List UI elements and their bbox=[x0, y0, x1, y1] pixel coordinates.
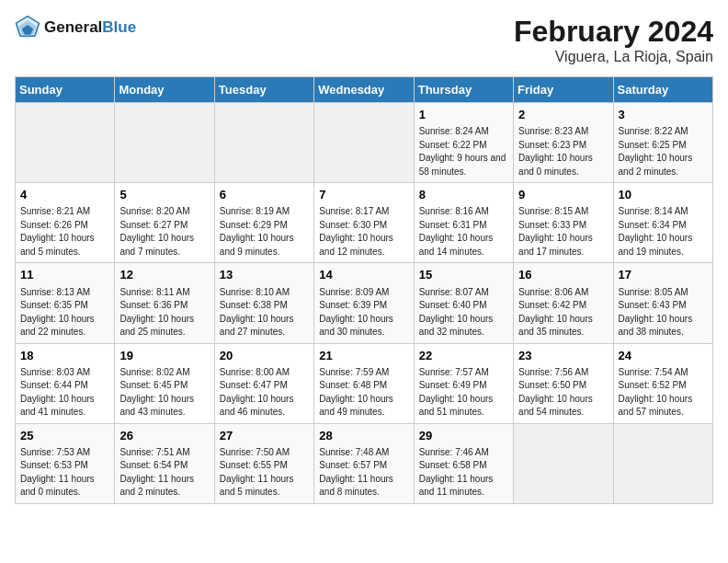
day-number: 14 bbox=[319, 267, 408, 283]
day-info: Sunrise: 8:24 AMSunset: 6:22 PMDaylight:… bbox=[419, 125, 508, 178]
calendar-cell: 8Sunrise: 8:16 AMSunset: 6:31 PMDaylight… bbox=[414, 183, 513, 263]
day-info: Sunrise: 7:57 AMSunset: 6:49 PMDaylight:… bbox=[419, 366, 508, 419]
day-number: 16 bbox=[518, 267, 608, 283]
main-title: February 2024 bbox=[514, 15, 713, 49]
calendar-week-2: 4Sunrise: 8:21 AMSunset: 6:26 PMDaylight… bbox=[16, 183, 713, 263]
day-info: Sunrise: 7:54 AMSunset: 6:52 PMDaylight:… bbox=[619, 366, 708, 419]
day-number: 19 bbox=[119, 348, 209, 364]
day-info: Sunrise: 8:15 AMSunset: 6:33 PMDaylight:… bbox=[518, 205, 608, 259]
calendar-cell: 3Sunrise: 8:22 AMSunset: 6:25 PMDaylight… bbox=[613, 103, 712, 183]
calendar-week-4: 18Sunrise: 8:03 AMSunset: 6:44 PMDayligh… bbox=[16, 343, 713, 423]
day-info: Sunrise: 7:48 AMSunset: 6:57 PMDaylight:… bbox=[319, 446, 408, 500]
calendar-table: SundayMondayTuesdayWednesdayThursdayFrid… bbox=[15, 76, 713, 504]
day-number: 26 bbox=[119, 428, 209, 444]
day-info: Sunrise: 8:07 AMSunset: 6:40 PMDaylight:… bbox=[419, 286, 508, 339]
calendar-cell: 12Sunrise: 8:11 AMSunset: 6:36 PMDayligh… bbox=[115, 263, 214, 343]
calendar-cell bbox=[214, 103, 313, 183]
day-info: Sunrise: 7:46 AMSunset: 6:58 PMDaylight:… bbox=[419, 446, 508, 500]
day-info: Sunrise: 8:17 AMSunset: 6:30 PMDaylight:… bbox=[319, 205, 408, 259]
calendar-cell: 29Sunrise: 7:46 AMSunset: 6:58 PMDayligh… bbox=[414, 423, 513, 503]
day-number: 18 bbox=[20, 348, 109, 364]
day-info: Sunrise: 8:09 AMSunset: 6:39 PMDaylight:… bbox=[319, 286, 408, 339]
day-number: 22 bbox=[419, 348, 508, 364]
day-number: 24 bbox=[619, 348, 708, 364]
day-number: 29 bbox=[419, 428, 508, 444]
calendar-cell: 23Sunrise: 7:56 AMSunset: 6:50 PMDayligh… bbox=[514, 343, 613, 423]
calendar-cell: 13Sunrise: 8:10 AMSunset: 6:38 PMDayligh… bbox=[214, 263, 313, 343]
day-info: Sunrise: 8:14 AMSunset: 6:34 PMDaylight:… bbox=[619, 205, 708, 259]
calendar-cell: 19Sunrise: 8:02 AMSunset: 6:45 PMDayligh… bbox=[115, 343, 214, 423]
day-info: Sunrise: 8:02 AMSunset: 6:45 PMDaylight:… bbox=[119, 366, 209, 419]
day-info: Sunrise: 7:56 AMSunset: 6:50 PMDaylight:… bbox=[518, 366, 608, 419]
calendar-cell bbox=[115, 103, 214, 183]
day-info: Sunrise: 7:53 AMSunset: 6:53 PMDaylight:… bbox=[20, 446, 109, 500]
day-number: 20 bbox=[220, 348, 309, 364]
sub-title: Viguera, La Rioja, Spain bbox=[514, 49, 713, 65]
day-info: Sunrise: 8:00 AMSunset: 6:47 PMDaylight:… bbox=[220, 366, 309, 419]
day-info: Sunrise: 8:16 AMSunset: 6:31 PMDaylight:… bbox=[419, 205, 508, 259]
day-info: Sunrise: 8:20 AMSunset: 6:27 PMDaylight:… bbox=[119, 205, 209, 259]
calendar-cell bbox=[514, 423, 613, 503]
logo-icon bbox=[15, 15, 40, 40]
day-number: 28 bbox=[319, 428, 408, 444]
day-info: Sunrise: 7:51 AMSunset: 6:54 PMDaylight:… bbox=[119, 446, 209, 500]
calendar-cell: 4Sunrise: 8:21 AMSunset: 6:26 PMDaylight… bbox=[16, 183, 115, 263]
day-info: Sunrise: 8:19 AMSunset: 6:29 PMDaylight:… bbox=[220, 205, 309, 259]
day-number: 6 bbox=[220, 187, 309, 203]
day-number: 8 bbox=[419, 187, 508, 203]
day-number: 7 bbox=[319, 187, 408, 203]
column-header-thursday: Thursday bbox=[414, 77, 513, 103]
day-number: 12 bbox=[119, 267, 209, 283]
calendar-cell: 2Sunrise: 8:23 AMSunset: 6:23 PMDaylight… bbox=[514, 103, 613, 183]
day-number: 27 bbox=[220, 428, 309, 444]
day-info: Sunrise: 8:13 AMSunset: 6:35 PMDaylight:… bbox=[20, 286, 109, 339]
day-info: Sunrise: 8:22 AMSunset: 6:25 PMDaylight:… bbox=[619, 125, 708, 178]
calendar-cell: 5Sunrise: 8:20 AMSunset: 6:27 PMDaylight… bbox=[115, 183, 214, 263]
column-header-tuesday: Tuesday bbox=[214, 77, 313, 103]
logo-text: GeneralBlue bbox=[44, 19, 136, 37]
calendar-cell: 11Sunrise: 8:13 AMSunset: 6:35 PMDayligh… bbox=[16, 263, 115, 343]
calendar-cell bbox=[314, 103, 414, 183]
calendar-cell: 6Sunrise: 8:19 AMSunset: 6:29 PMDaylight… bbox=[214, 183, 313, 263]
day-info: Sunrise: 8:06 AMSunset: 6:42 PMDaylight:… bbox=[518, 286, 608, 339]
calendar-cell: 17Sunrise: 8:05 AMSunset: 6:43 PMDayligh… bbox=[613, 263, 712, 343]
day-number: 3 bbox=[619, 107, 708, 123]
calendar-cell: 1Sunrise: 8:24 AMSunset: 6:22 PMDaylight… bbox=[414, 103, 513, 183]
calendar-week-1: 1Sunrise: 8:24 AMSunset: 6:22 PMDaylight… bbox=[16, 103, 713, 183]
calendar-cell: 24Sunrise: 7:54 AMSunset: 6:52 PMDayligh… bbox=[613, 343, 712, 423]
calendar-cell: 15Sunrise: 8:07 AMSunset: 6:40 PMDayligh… bbox=[414, 263, 513, 343]
calendar-week-5: 25Sunrise: 7:53 AMSunset: 6:53 PMDayligh… bbox=[16, 423, 713, 503]
day-info: Sunrise: 8:21 AMSunset: 6:26 PMDaylight:… bbox=[20, 205, 109, 259]
calendar-cell: 18Sunrise: 8:03 AMSunset: 6:44 PMDayligh… bbox=[16, 343, 115, 423]
calendar-cell: 7Sunrise: 8:17 AMSunset: 6:30 PMDaylight… bbox=[314, 183, 414, 263]
column-header-monday: Monday bbox=[115, 77, 214, 103]
day-number: 23 bbox=[518, 348, 608, 364]
day-number: 17 bbox=[619, 267, 708, 283]
day-info: Sunrise: 8:03 AMSunset: 6:44 PMDaylight:… bbox=[20, 366, 109, 419]
day-number: 5 bbox=[119, 187, 209, 203]
column-headers: SundayMondayTuesdayWednesdayThursdayFrid… bbox=[16, 77, 713, 103]
column-header-saturday: Saturday bbox=[613, 77, 712, 103]
day-number: 9 bbox=[518, 187, 608, 203]
calendar-cell: 20Sunrise: 8:00 AMSunset: 6:47 PMDayligh… bbox=[214, 343, 313, 423]
calendar-cell: 22Sunrise: 7:57 AMSunset: 6:49 PMDayligh… bbox=[414, 343, 513, 423]
day-info: Sunrise: 8:11 AMSunset: 6:36 PMDaylight:… bbox=[119, 286, 209, 339]
day-info: Sunrise: 8:05 AMSunset: 6:43 PMDaylight:… bbox=[619, 286, 708, 339]
column-header-wednesday: Wednesday bbox=[314, 77, 414, 103]
calendar-cell: 27Sunrise: 7:50 AMSunset: 6:55 PMDayligh… bbox=[214, 423, 313, 503]
day-number: 21 bbox=[319, 348, 408, 364]
calendar-cell: 10Sunrise: 8:14 AMSunset: 6:34 PMDayligh… bbox=[613, 183, 712, 263]
calendar-cell: 14Sunrise: 8:09 AMSunset: 6:39 PMDayligh… bbox=[314, 263, 414, 343]
day-info: Sunrise: 7:59 AMSunset: 6:48 PMDaylight:… bbox=[319, 366, 408, 419]
page-header: GeneralBlue February 2024 Viguera, La Ri… bbox=[15, 15, 713, 65]
day-number: 4 bbox=[20, 187, 109, 203]
calendar-cell: 16Sunrise: 8:06 AMSunset: 6:42 PMDayligh… bbox=[514, 263, 613, 343]
column-header-sunday: Sunday bbox=[16, 77, 115, 103]
calendar-cell: 26Sunrise: 7:51 AMSunset: 6:54 PMDayligh… bbox=[115, 423, 214, 503]
column-header-friday: Friday bbox=[514, 77, 613, 103]
calendar-week-3: 11Sunrise: 8:13 AMSunset: 6:35 PMDayligh… bbox=[16, 263, 713, 343]
calendar-cell: 25Sunrise: 7:53 AMSunset: 6:53 PMDayligh… bbox=[16, 423, 115, 503]
day-number: 11 bbox=[20, 267, 109, 283]
calendar-cell: 21Sunrise: 7:59 AMSunset: 6:48 PMDayligh… bbox=[314, 343, 414, 423]
day-number: 15 bbox=[419, 267, 508, 283]
